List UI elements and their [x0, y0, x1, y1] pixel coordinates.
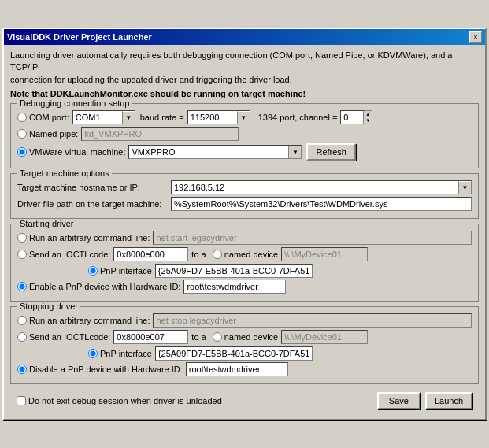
starting-named-device-text: named device	[224, 250, 279, 259]
stopping-pnp-input[interactable]: {25A09FD7-E5BB-401a-BCC0-7DFA51418FA5}	[155, 346, 313, 361]
driver-path-label: Driver file path on the target machine:	[17, 199, 171, 209]
close-button[interactable]: ×	[469, 31, 482, 43]
stopping-named-device-label[interactable]: named device	[213, 332, 279, 342]
starting-pnp-row: PnP interface {25A09FD7-E5BB-401a-BCC0-7…	[88, 264, 472, 278]
no-exit-label[interactable]: Do not exit debug session when driver is…	[17, 396, 222, 405]
stopping-to-a: to a	[191, 332, 206, 342]
starting-pnp-text: PnP interface	[100, 266, 152, 276]
hostname-combo[interactable]: 192.168.5.12 ▼	[171, 180, 472, 194]
starting-arbitrary-text: Run an arbitrary command line:	[29, 233, 150, 243]
named-pipe-radio-label[interactable]: Named pipe:	[17, 129, 78, 139]
com-value: COM1	[73, 112, 122, 123]
starting-pnp-radio[interactable]	[88, 266, 98, 276]
stopping-ioctl-row: Send an IOCTLcode: 0x8000e007 to a named…	[17, 330, 472, 344]
no-exit-text: Do not exit debug session when driver is…	[28, 396, 222, 405]
starting-pnp-label[interactable]: PnP interface	[88, 266, 152, 276]
stopping-named-device-text: named device	[224, 332, 279, 342]
title-bar: VisualDDK Driver Project Launcher ×	[4, 29, 485, 45]
com-radio[interactable]	[17, 113, 27, 122]
stopping-disable-input[interactable]: root\testwdmdriver	[186, 362, 288, 376]
stopping-disable-row: Disable a PnP device with Hardware ID: r…	[17, 362, 472, 376]
vmware-value: VMXPPRO	[129, 146, 288, 157]
starting-named-device-label[interactable]: named device	[213, 250, 279, 259]
starting-arbitrary-input[interactable]: net start legacydriver	[153, 231, 472, 245]
starting-named-device-input[interactable]: \\.\MyDevice01	[281, 247, 368, 261]
driver-path-input[interactable]: %SystemRoot%\System32\Drivers\Test\WDMDr…	[171, 197, 472, 211]
starting-arbitrary-radio[interactable]	[17, 233, 27, 243]
stopping-ioctl-input[interactable]: 0x8000e007	[113, 330, 188, 344]
stopping-disable-text: Disable a PnP device with Hardware ID:	[29, 365, 183, 374]
debugging-group: Debugging connection setup COM port: COM…	[10, 103, 479, 168]
content-area: Launching driver automatically requires …	[4, 45, 485, 419]
starting-arbitrary-label[interactable]: Run an arbitrary command line:	[17, 233, 150, 243]
starting-enable-input[interactable]: root\testwdmdriver	[183, 280, 286, 294]
starting-arbitrary-row: Run an arbitrary command line: net start…	[17, 231, 472, 245]
starting-group-title: Starting driver	[17, 219, 76, 228]
port1394-input[interactable]	[340, 110, 364, 124]
stopping-pnp-radio[interactable]	[88, 349, 98, 358]
stopping-inner: Run an arbitrary command line: net stop …	[17, 310, 472, 376]
hostname-row: Target machine hostname or IP: 192.168.5…	[17, 180, 472, 194]
starting-ioctl-label[interactable]: Send an IOCTLcode:	[17, 250, 110, 259]
named-pipe-radio[interactable]	[17, 129, 27, 139]
baud-arrow[interactable]: ▼	[237, 111, 250, 124]
no-exit-checkbox[interactable]	[17, 396, 26, 405]
com-label: COM port:	[29, 113, 69, 122]
starting-ioctl-row: Send an IOCTLcode: 0x8000e000 to a named…	[17, 247, 472, 261]
port1394-label: 1394 port, channel =	[258, 113, 338, 122]
stopping-named-device-input[interactable]: \\.\MyDevice01	[281, 330, 368, 344]
named-pipe-label: Named pipe:	[29, 129, 78, 139]
stopping-pnp-text: PnP interface	[100, 349, 152, 358]
vmware-label: VMWare virtual machine:	[29, 147, 125, 157]
stopping-arbitrary-label[interactable]: Run an arbitrary command line:	[17, 316, 150, 325]
starting-pnp-input[interactable]: {25A09FD7-E5BB-401a-BCC0-7DFA51418FA5}	[155, 264, 313, 278]
port1394-up[interactable]: ▲	[364, 111, 372, 117]
stopping-ioctl-radio[interactable]	[17, 332, 27, 342]
window-title: VisualDDK Driver Project Launcher	[7, 32, 469, 42]
starting-ioctl-radio[interactable]	[17, 250, 27, 259]
vmware-radio-label[interactable]: VMWare virtual machine:	[17, 147, 125, 157]
starting-group: Starting driver Run an arbitrary command…	[10, 224, 479, 302]
com-port-row: COM port: COM1 ▼ baud rate = 115200 ▼ 13…	[17, 110, 472, 124]
baud-combo[interactable]: 115200 ▼	[187, 110, 250, 124]
port1394-down[interactable]: ▼	[364, 117, 372, 124]
port1394-spin[interactable]: ▲ ▼	[340, 110, 372, 124]
com-combo[interactable]: COM1 ▼	[72, 110, 135, 124]
stopping-pnp-label[interactable]: PnP interface	[88, 349, 152, 358]
vmware-radio[interactable]	[17, 147, 27, 157]
target-group: Target machine options Target machine ho…	[10, 173, 479, 219]
starting-ioctl-input[interactable]: 0x8000e000	[113, 247, 188, 261]
starting-ioctl-text: Send an IOCTLcode:	[29, 250, 110, 259]
launch-button[interactable]: Launch	[425, 392, 472, 409]
refresh-button[interactable]: Refresh	[306, 143, 356, 161]
starting-enable-row: Enable a PnP device with Hardware ID: ro…	[17, 280, 472, 294]
stopping-ioctl-text: Send an IOCTLcode:	[29, 332, 110, 342]
com-radio-label[interactable]: COM port:	[17, 113, 69, 122]
target-inner: Target machine hostname or IP: 192.168.5…	[17, 177, 472, 211]
debugging-group-title: Debugging connection setup	[17, 98, 132, 108]
stopping-ioctl-label[interactable]: Send an IOCTLcode:	[17, 332, 110, 342]
stopping-disable-radio[interactable]	[17, 365, 27, 374]
stopping-arbitrary-radio[interactable]	[17, 316, 27, 325]
baud-value: 115200	[188, 112, 237, 123]
com-arrow[interactable]: ▼	[122, 111, 135, 124]
vmware-combo[interactable]: VMXPPRO ▼	[128, 145, 302, 159]
baud-label: baud rate =	[140, 113, 184, 122]
starting-enable-radio[interactable]	[17, 282, 27, 291]
starting-enable-label[interactable]: Enable a PnP device with Hardware ID:	[17, 282, 180, 291]
stopping-arbitrary-text: Run an arbitrary command line:	[29, 316, 150, 325]
intro-line1: Launching driver automatically requires …	[10, 50, 479, 86]
stopping-named-device-radio[interactable]	[213, 332, 222, 342]
target-group-title: Target machine options	[17, 168, 112, 178]
port1394-arrows[interactable]: ▲ ▼	[364, 110, 372, 124]
main-window: VisualDDK Driver Project Launcher × Laun…	[2, 28, 487, 420]
starting-named-device-radio[interactable]	[213, 250, 222, 259]
save-button[interactable]: Save	[377, 392, 420, 409]
named-pipe-input[interactable]: kd_VMXPPRO	[81, 127, 239, 141]
stopping-arbitrary-input[interactable]: net stop legacydriver	[153, 313, 472, 328]
bottom-bar: Do not exit debug session when driver is…	[10, 389, 479, 413]
hostname-arrow[interactable]: ▼	[458, 181, 471, 194]
vmware-arrow[interactable]: ▼	[288, 146, 301, 158]
stopping-disable-label[interactable]: Disable a PnP device with Hardware ID:	[17, 365, 183, 374]
named-pipe-row: Named pipe: kd_VMXPPRO	[17, 127, 472, 141]
